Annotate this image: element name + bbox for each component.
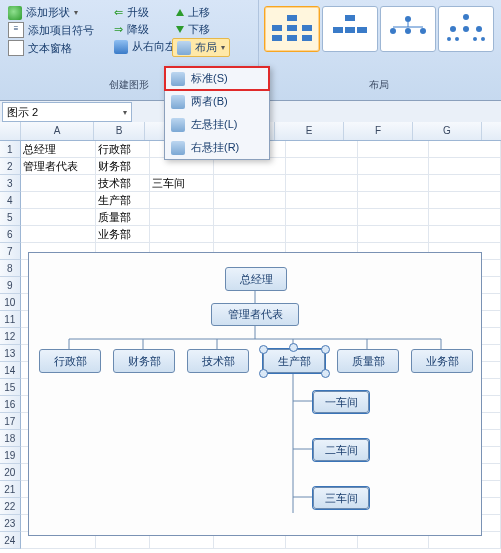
- cell[interactable]: [358, 209, 430, 226]
- gallery-item-4[interactable]: [438, 6, 494, 52]
- cell[interactable]: [429, 175, 501, 192]
- demote-button[interactable]: ⇒降级: [110, 21, 180, 38]
- cell[interactable]: 三车间: [150, 175, 214, 192]
- promote-button[interactable]: ⇐升级: [110, 4, 180, 21]
- cell[interactable]: [358, 141, 430, 158]
- resize-handle[interactable]: [259, 345, 268, 354]
- node-dept-4[interactable]: 质量部: [337, 349, 399, 373]
- cell[interactable]: [286, 226, 358, 243]
- row-header[interactable]: 2: [0, 158, 21, 175]
- name-box[interactable]: 图示 2▾: [2, 102, 132, 122]
- row-header[interactable]: 1: [0, 141, 21, 158]
- resize-handle[interactable]: [289, 343, 298, 352]
- node-ws-2[interactable]: 三车间: [313, 487, 369, 509]
- text-pane-button[interactable]: 文本窗格: [4, 39, 98, 57]
- cell[interactable]: 行政部: [96, 141, 150, 158]
- cell[interactable]: [150, 226, 214, 243]
- move-down-button[interactable]: 下移: [172, 21, 230, 38]
- cell[interactable]: [358, 226, 430, 243]
- cell[interactable]: 管理者代表: [21, 158, 97, 175]
- cell[interactable]: [286, 175, 358, 192]
- row-header[interactable]: 24: [0, 532, 21, 549]
- cell[interactable]: [150, 192, 214, 209]
- add-bullet-button[interactable]: ≡添加项目符号: [4, 21, 98, 39]
- org-chart[interactable]: 总经理 管理者代表 行政部 财务部 技术部 生产部 质量部 业务部 一车间 二车…: [28, 252, 482, 536]
- cell[interactable]: [214, 209, 286, 226]
- row-header[interactable]: 17: [0, 413, 21, 430]
- rtl-button[interactable]: 从右向左: [110, 38, 180, 55]
- node-dept-0[interactable]: 行政部: [39, 349, 101, 373]
- row-header[interactable]: 6: [0, 226, 21, 243]
- move-up-button[interactable]: 上移: [172, 4, 230, 21]
- row-header[interactable]: 16: [0, 396, 21, 413]
- cell[interactable]: [429, 192, 501, 209]
- col-B[interactable]: B: [94, 122, 145, 140]
- resize-handle[interactable]: [321, 369, 330, 378]
- cell[interactable]: [150, 158, 214, 175]
- node-root[interactable]: 总经理: [225, 267, 287, 291]
- cell[interactable]: [286, 158, 358, 175]
- node-dept-2[interactable]: 技术部: [187, 349, 249, 373]
- gallery-item-standard[interactable]: [264, 6, 320, 52]
- cell[interactable]: 业务部: [96, 226, 150, 243]
- cell[interactable]: [214, 158, 286, 175]
- row-header[interactable]: 4: [0, 192, 21, 209]
- cell[interactable]: [214, 226, 286, 243]
- row-header[interactable]: 5: [0, 209, 21, 226]
- resize-handle[interactable]: [259, 369, 268, 378]
- menu-left-hang[interactable]: 左悬挂(L): [165, 113, 269, 136]
- cell[interactable]: [358, 175, 430, 192]
- cell[interactable]: [429, 141, 501, 158]
- col-A[interactable]: A: [21, 122, 94, 140]
- cell[interactable]: [286, 209, 358, 226]
- node-dept-3[interactable]: 生产部: [263, 349, 325, 373]
- cell[interactable]: 质量部: [96, 209, 150, 226]
- node-sub[interactable]: 管理者代表: [211, 303, 299, 326]
- row-header[interactable]: 13: [0, 345, 21, 362]
- cell[interactable]: [286, 192, 358, 209]
- row-header[interactable]: 22: [0, 498, 21, 515]
- gallery-item-3[interactable]: [380, 6, 436, 52]
- cell[interactable]: [21, 209, 97, 226]
- cell[interactable]: [21, 192, 97, 209]
- cell[interactable]: [214, 192, 286, 209]
- cell[interactable]: 财务部: [96, 158, 150, 175]
- node-ws-0[interactable]: 一车间: [313, 391, 369, 413]
- row-header[interactable]: 11: [0, 311, 21, 328]
- menu-both[interactable]: 两者(B): [165, 90, 269, 113]
- cell[interactable]: [358, 192, 430, 209]
- cell[interactable]: 总经理: [21, 141, 97, 158]
- menu-right-hang[interactable]: 右悬挂(R): [165, 136, 269, 159]
- cell[interactable]: 生产部: [96, 192, 150, 209]
- row-header[interactable]: 23: [0, 515, 21, 532]
- row-header[interactable]: 7: [0, 243, 21, 260]
- node-dept-1[interactable]: 财务部: [113, 349, 175, 373]
- row-header[interactable]: 14: [0, 362, 21, 379]
- cell[interactable]: [150, 209, 214, 226]
- row-header[interactable]: 19: [0, 447, 21, 464]
- cell[interactable]: [21, 226, 97, 243]
- row-header[interactable]: 20: [0, 464, 21, 481]
- add-shape-button[interactable]: 添加形状▾: [4, 4, 98, 21]
- cell[interactable]: [358, 158, 430, 175]
- row-header[interactable]: 3: [0, 175, 21, 192]
- menu-standard[interactable]: 标准(S): [164, 66, 270, 91]
- col-G[interactable]: G: [413, 122, 482, 140]
- row-header[interactable]: 9: [0, 277, 21, 294]
- cell[interactable]: [429, 209, 501, 226]
- cell[interactable]: [214, 175, 286, 192]
- node-dept-5[interactable]: 业务部: [411, 349, 473, 373]
- row-header[interactable]: 18: [0, 430, 21, 447]
- layout-button[interactable]: 布局▾: [172, 38, 230, 57]
- cell[interactable]: [429, 226, 501, 243]
- gallery-item-2[interactable]: [322, 6, 378, 52]
- node-ws-1[interactable]: 二车间: [313, 439, 369, 461]
- cell[interactable]: [429, 158, 501, 175]
- cell[interactable]: [286, 141, 358, 158]
- select-all[interactable]: [0, 122, 21, 140]
- resize-handle[interactable]: [321, 345, 330, 354]
- row-header[interactable]: 21: [0, 481, 21, 498]
- cell[interactable]: [21, 175, 97, 192]
- row-header[interactable]: 12: [0, 328, 21, 345]
- row-header[interactable]: 10: [0, 294, 21, 311]
